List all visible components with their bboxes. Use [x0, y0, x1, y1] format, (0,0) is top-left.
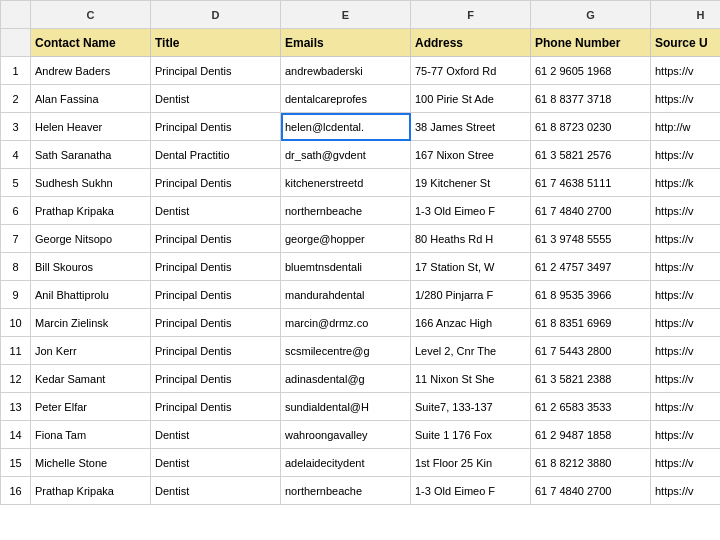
cell-address[interactable]: 1/280 Pinjarra F	[411, 281, 531, 309]
cell-source-url[interactable]: https://v	[651, 365, 721, 393]
cell-email[interactable]: george@hopper	[281, 225, 411, 253]
cell-address[interactable]: 19 Kitchener St	[411, 169, 531, 197]
col-letter-f[interactable]: F	[411, 1, 531, 29]
header-contact-name[interactable]: Contact Name	[31, 29, 151, 57]
cell-title[interactable]: Principal Dentis	[151, 253, 281, 281]
cell-phone[interactable]: 61 2 4757 3497	[531, 253, 651, 281]
cell-phone[interactable]: 61 8 8351 6969	[531, 309, 651, 337]
cell-source-url[interactable]: https://v	[651, 225, 721, 253]
cell-address[interactable]: 100 Pirie St Ade	[411, 85, 531, 113]
cell-contact-name[interactable]: Peter Elfar	[31, 393, 151, 421]
cell-contact-name[interactable]: Sudhesh Sukhn	[31, 169, 151, 197]
cell-source-url[interactable]: https://v	[651, 197, 721, 225]
col-letter-h[interactable]: H	[651, 1, 721, 29]
cell-address[interactable]: Suite7, 133-137	[411, 393, 531, 421]
col-letter-e[interactable]: E	[281, 1, 411, 29]
cell-contact-name[interactable]: Jon Kerr	[31, 337, 151, 365]
cell-title[interactable]: Dentist	[151, 421, 281, 449]
cell-email[interactable]: sundialdental@H	[281, 393, 411, 421]
cell-address[interactable]: 11 Nixon St She	[411, 365, 531, 393]
cell-address[interactable]: 167 Nixon Stree	[411, 141, 531, 169]
col-letter-d[interactable]: D	[151, 1, 281, 29]
cell-contact-name[interactable]: Michelle Stone	[31, 449, 151, 477]
cell-email[interactable]: northernbeache	[281, 477, 411, 505]
cell-source-url[interactable]: https://v	[651, 281, 721, 309]
cell-address[interactable]: 166 Anzac High	[411, 309, 531, 337]
cell-source-url[interactable]: https://v	[651, 337, 721, 365]
header-title[interactable]: Title	[151, 29, 281, 57]
cell-address[interactable]: 80 Heaths Rd H	[411, 225, 531, 253]
cell-email[interactable]: andrewbaderski	[281, 57, 411, 85]
cell-contact-name[interactable]: Alan Fassina	[31, 85, 151, 113]
cell-address[interactable]: Level 2, Cnr The	[411, 337, 531, 365]
col-letter-c[interactable]: C	[31, 1, 151, 29]
cell-phone[interactable]: 61 2 9487 1858	[531, 421, 651, 449]
cell-title[interactable]: Dentist	[151, 449, 281, 477]
cell-address[interactable]: 1st Floor 25 Kin	[411, 449, 531, 477]
cell-email[interactable]: northernbeache	[281, 197, 411, 225]
cell-address[interactable]: 1-3 Old Eimeo F	[411, 477, 531, 505]
cell-contact-name[interactable]: Helen Heaver	[31, 113, 151, 141]
cell-email[interactable]: wahroongavalley	[281, 421, 411, 449]
cell-phone[interactable]: 61 7 4840 2700	[531, 197, 651, 225]
cell-email[interactable]: dr_sath@gvdent	[281, 141, 411, 169]
cell-source-url[interactable]: https://v	[651, 253, 721, 281]
cell-title[interactable]: Principal Dentis	[151, 281, 281, 309]
cell-phone[interactable]: 61 8 9535 3966	[531, 281, 651, 309]
cell-title[interactable]: Principal Dentis	[151, 309, 281, 337]
cell-contact-name[interactable]: Marcin Zielinsk	[31, 309, 151, 337]
cell-source-url[interactable]: https://v	[651, 477, 721, 505]
cell-title[interactable]: Dentist	[151, 197, 281, 225]
cell-phone[interactable]: 61 3 5821 2576	[531, 141, 651, 169]
cell-contact-name[interactable]: Fiona Tam	[31, 421, 151, 449]
cell-address[interactable]: 75-77 Oxford Rd	[411, 57, 531, 85]
cell-phone[interactable]: 61 2 6583 3533	[531, 393, 651, 421]
cell-email[interactable]: adinasdental@g	[281, 365, 411, 393]
cell-address[interactable]: 1-3 Old Eimeo F	[411, 197, 531, 225]
cell-phone[interactable]: 61 3 9748 5555	[531, 225, 651, 253]
cell-address[interactable]: Suite 1 176 Fox	[411, 421, 531, 449]
cell-source-url[interactable]: https://v	[651, 85, 721, 113]
cell-phone[interactable]: 61 3 5821 2388	[531, 365, 651, 393]
cell-contact-name[interactable]: Sath Saranatha	[31, 141, 151, 169]
header-phone-number[interactable]: Phone Number	[531, 29, 651, 57]
cell-email[interactable]: helen@lcdental.	[281, 113, 411, 141]
cell-phone[interactable]: 61 8 8723 0230	[531, 113, 651, 141]
cell-phone[interactable]: 61 7 4638 5111	[531, 169, 651, 197]
cell-contact-name[interactable]: Prathap Kripaka	[31, 197, 151, 225]
header-address[interactable]: Address	[411, 29, 531, 57]
cell-email[interactable]: scsmilecentre@g	[281, 337, 411, 365]
cell-contact-name[interactable]: Prathap Kripaka	[31, 477, 151, 505]
cell-address[interactable]: 38 James Street	[411, 113, 531, 141]
cell-source-url[interactable]: https://v	[651, 141, 721, 169]
col-letter-g[interactable]: G	[531, 1, 651, 29]
cell-phone[interactable]: 61 7 4840 2700	[531, 477, 651, 505]
cell-title[interactable]: Principal Dentis	[151, 225, 281, 253]
cell-email[interactable]: mandurahdental	[281, 281, 411, 309]
cell-title[interactable]: Principal Dentis	[151, 393, 281, 421]
cell-email[interactable]: adelaidecitydent	[281, 449, 411, 477]
header-source-url[interactable]: Source U	[651, 29, 721, 57]
cell-email[interactable]: dentalcareprofes	[281, 85, 411, 113]
cell-title[interactable]: Dental Practitio	[151, 141, 281, 169]
cell-contact-name[interactable]: Bill Skouros	[31, 253, 151, 281]
cell-title[interactable]: Principal Dentis	[151, 169, 281, 197]
cell-title[interactable]: Principal Dentis	[151, 337, 281, 365]
cell-phone[interactable]: 61 7 5443 2800	[531, 337, 651, 365]
cell-title[interactable]: Principal Dentis	[151, 365, 281, 393]
header-emails[interactable]: Emails	[281, 29, 411, 57]
cell-contact-name[interactable]: Anil Bhattiprolu	[31, 281, 151, 309]
cell-email[interactable]: marcin@drmz.co	[281, 309, 411, 337]
cell-title[interactable]: Principal Dentis	[151, 113, 281, 141]
cell-contact-name[interactable]: Andrew Baders	[31, 57, 151, 85]
cell-address[interactable]: 17 Station St, W	[411, 253, 531, 281]
cell-title[interactable]: Principal Dentis	[151, 57, 281, 85]
cell-source-url[interactable]: https://v	[651, 449, 721, 477]
cell-phone[interactable]: 61 8 8377 3718	[531, 85, 651, 113]
cell-source-url[interactable]: https://v	[651, 393, 721, 421]
cell-source-url[interactable]: http://w	[651, 113, 721, 141]
cell-phone[interactable]: 61 2 9605 1968	[531, 57, 651, 85]
cell-email[interactable]: bluemtnsdentali	[281, 253, 411, 281]
cell-source-url[interactable]: https://v	[651, 421, 721, 449]
cell-source-url[interactable]: https://k	[651, 169, 721, 197]
